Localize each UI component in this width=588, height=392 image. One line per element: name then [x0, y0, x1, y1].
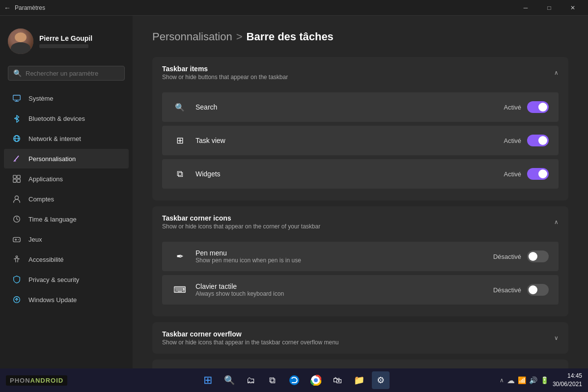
bluetooth-label: Bluetooth & devices: [28, 115, 85, 122]
brand-logo: PHONANDROID: [6, 375, 67, 386]
search-setting-status: Activé: [504, 104, 521, 111]
section-taskbar-corner-overflow-title: Taskbar corner overflow: [162, 330, 339, 338]
taskview-button[interactable]: ⧉: [264, 371, 281, 389]
privacy-label: Privacy & security: [28, 276, 79, 283]
personnalisation-label: Personnalisation: [28, 155, 76, 163]
sidebar-item-time[interactable]: Time & language: [4, 209, 129, 229]
search-input[interactable]: [26, 70, 119, 77]
wifi-icon[interactable]: 📶: [518, 376, 526, 384]
sidebar-item-windows-update[interactable]: Windows Update: [4, 290, 129, 309]
maximize-button[interactable]: □: [538, 0, 560, 16]
clock-date: 30/06/2021: [553, 380, 582, 389]
comptes-label: Comptes: [28, 196, 54, 203]
chevron-up-icon-2: ∧: [554, 219, 559, 225]
setting-row-taskview: ⊞ Task view Activé: [162, 126, 559, 155]
start-button[interactable]: ⊞: [199, 371, 217, 389]
section-taskbar-corner-overflow-header[interactable]: Taskbar corner overflow Show or hide ico…: [152, 322, 568, 354]
section-taskbar-corner-icons-title: Taskbar corner icons: [162, 214, 320, 222]
close-button[interactable]: ✕: [561, 0, 584, 16]
taskbar-right: ∧ ☁ 📶 🔊 🔋 14:45 30/06/2021: [500, 372, 582, 389]
section-taskbar-items-header[interactable]: Taskbar items Show or hide buttons that …: [152, 57, 568, 88]
sidebar-item-bluetooth[interactable]: Bluetooth & devices: [4, 109, 129, 128]
svg-point-13: [289, 375, 299, 385]
clavier-tactile-info: Clavier tactile Always show touch keyboa…: [196, 282, 493, 297]
accessibilite-label: Accessibilité: [28, 256, 64, 263]
title-bar-title: Paramètres: [15, 4, 45, 11]
systeme-icon: [12, 93, 22, 103]
taskbar-left: PHONANDROID: [6, 375, 67, 386]
brand-android: ANDROID: [30, 377, 64, 384]
edge-button[interactable]: [285, 371, 303, 389]
section-taskbar-behaviors: Taskbar behaviors Taskbar alignment, bad…: [152, 360, 568, 368]
jeux-label: Jeux: [28, 236, 42, 243]
clavier-tactile-toggle[interactable]: [527, 284, 549, 296]
sidebar-item-privacy[interactable]: Privacy & security: [4, 270, 129, 289]
svg-point-10: [18, 239, 19, 240]
sidebar: Pierre Le Goupil 🔍: [0, 16, 133, 368]
widgets-setting-icon: ⧉: [172, 166, 188, 182]
taskview-toggle[interactable]: [527, 135, 549, 146]
clock[interactable]: 14:45 30/06/2021: [553, 372, 582, 389]
pen-menu-info: Pen menu Show pen menu icon when pen is …: [196, 249, 493, 264]
taskbar-search-button[interactable]: 🔍: [221, 371, 238, 389]
search-setting-label: Search: [196, 103, 504, 111]
taskbar-center: ⊞ 🔍 🗂 ⧉ 🛍 📁 ⚙: [199, 371, 390, 389]
sidebar-item-personnalisation[interactable]: Personnalisation: [4, 149, 129, 168]
file-explorer-button[interactable]: 🗂: [242, 371, 260, 389]
applications-icon: [12, 174, 22, 184]
main-content: Personnalisation > Barre des tâches Task…: [133, 16, 588, 368]
svg-rect-0: [13, 95, 20, 100]
setting-row-widgets: ⧉ Widgets Activé: [162, 159, 559, 189]
cloud-icon[interactable]: ☁: [507, 376, 515, 385]
sidebar-item-accessibilite[interactable]: Accessibilité: [4, 250, 129, 269]
breadcrumb-current: Barre des tâches: [247, 30, 334, 43]
clavier-tactile-sublabel: Always show touch keyboard icon: [196, 290, 493, 297]
section-taskbar-items-info: Taskbar items Show or hide buttons that …: [162, 65, 288, 81]
sidebar-item-applications[interactable]: Applications: [4, 169, 129, 189]
minimize-button[interactable]: ─: [514, 0, 537, 16]
personalization-icon: [12, 154, 22, 164]
search-toggle[interactable]: [527, 101, 549, 113]
files-button[interactable]: 📁: [350, 371, 368, 389]
settings-taskbar-button[interactable]: ⚙: [372, 371, 390, 389]
pen-menu-sublabel: Show pen menu icon when pen is in use: [196, 257, 493, 264]
section-taskbar-behaviors-header[interactable]: Taskbar behaviors Taskbar alignment, bad…: [152, 360, 568, 368]
avatar: [8, 28, 33, 54]
breadcrumb-parent[interactable]: Personnalisation: [152, 30, 232, 43]
breadcrumb-separator: >: [236, 30, 243, 43]
taskview-setting-icon: ⊞: [172, 133, 188, 148]
tray-chevron[interactable]: ∧: [500, 377, 504, 384]
pen-menu-status: Désactivé: [493, 253, 521, 260]
sidebar-item-jeux[interactable]: Jeux: [4, 229, 129, 249]
back-button[interactable]: ←: [4, 4, 11, 12]
breadcrumb: Personnalisation > Barre des tâches: [152, 30, 568, 43]
setting-row-search: 🔍 Search Activé: [162, 92, 559, 122]
pen-menu-toggle[interactable]: [527, 251, 549, 262]
setting-row-pen-menu: ✒ Pen menu Show pen menu icon when pen i…: [162, 242, 559, 271]
section-taskbar-corner-icons-subtitle: Show or hide icons that appear on the co…: [162, 223, 320, 230]
search-icon: 🔍: [13, 69, 22, 77]
store-button[interactable]: 🛍: [329, 371, 346, 389]
svg-rect-4: [17, 175, 20, 178]
svg-point-15: [314, 378, 318, 382]
user-profile[interactable]: Pierre Le Goupil: [0, 21, 133, 62]
widgets-setting-label: Widgets: [196, 170, 504, 178]
sidebar-item-network[interactable]: Network & internet: [4, 129, 129, 148]
network-label: Network & internet: [28, 135, 81, 142]
update-icon: [12, 295, 22, 305]
chrome-button[interactable]: [307, 371, 325, 389]
user-email-bar: [39, 44, 88, 48]
battery-icon[interactable]: 🔋: [540, 376, 549, 384]
title-bar-left: ← Paramètres: [4, 4, 45, 12]
section-taskbar-corner-overflow-subtitle: Show or hide icons that appear in the ta…: [162, 339, 339, 346]
chevron-up-icon: ∧: [554, 69, 559, 76]
sidebar-search: 🔍: [0, 62, 133, 84]
widgets-toggle[interactable]: [527, 168, 549, 180]
sidebar-item-systeme[interactable]: Système: [4, 88, 129, 108]
clavier-tactile-status: Désactivé: [493, 286, 521, 294]
sidebar-item-comptes[interactable]: Comptes: [4, 189, 129, 209]
volume-icon[interactable]: 🔊: [529, 376, 537, 384]
section-taskbar-corner-icons-header[interactable]: Taskbar corner icons Show or hide icons …: [152, 206, 568, 238]
search-setting-icon: 🔍: [172, 99, 188, 115]
privacy-icon: [12, 275, 22, 284]
